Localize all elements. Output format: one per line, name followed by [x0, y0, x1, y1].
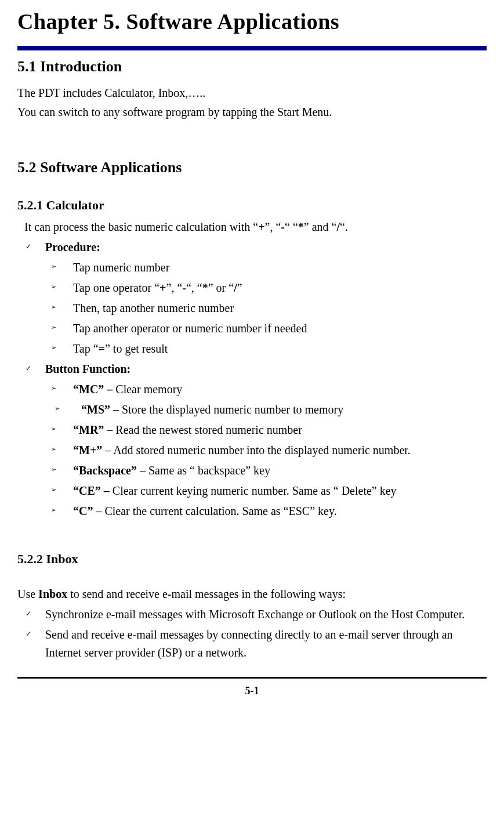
calculator-top-list: Procedure: Tap numeric number Tap one op…	[17, 238, 487, 520]
step2-minus: -	[182, 281, 186, 294]
button-mc-label: “MC” –	[73, 383, 115, 396]
chapter-title: Chapter 5.Software Applications	[17, 5, 487, 39]
procedure-step-4: Tap another operator or numeric number i…	[17, 320, 487, 338]
button-ce-desc: Clear current keying numeric number. Sam…	[113, 484, 397, 497]
step2-star: *	[202, 281, 208, 294]
calc-intro-plus: +	[258, 220, 264, 233]
section-5-2-2-heading: 5.2.2 Inbox	[17, 549, 487, 569]
calc-intro-star: *	[298, 220, 304, 233]
button-mr: “MR” – Read the newest stored numeric nu…	[17, 421, 487, 439]
button-ms: “MS” – Store the displayed numeric numbe…	[17, 401, 487, 419]
procedure-step-5: Tap “=” to get result	[17, 340, 487, 358]
calculator-intro: It can process the basic numeric calcula…	[24, 218, 487, 236]
button-mr-desc: – Read the newest stored numeric number	[104, 423, 302, 436]
button-ce: “CE” – Clear current keying numeric numb…	[17, 482, 487, 500]
procedure-label: Procedure:	[45, 241, 100, 253]
procedure-heading: Procedure: Tap numeric number Tap one op…	[17, 238, 487, 358]
section-5-2-heading: 5.2 Software Applications	[17, 156, 487, 179]
button-mc: “MC” – Clear memory	[17, 380, 487, 398]
section-5-1-heading: 5.1 Introduction	[17, 55, 487, 78]
button-mplus-label: “M+”	[73, 444, 102, 456]
page-number: 5-1	[17, 683, 487, 699]
section-5-2-1-heading: 5.2.1 Calculator	[17, 195, 487, 215]
inbox-intro-b: to send and receive e-mail messages in t…	[67, 588, 346, 600]
procedure-steps: Tap numeric number Tap one operator “+”,…	[17, 259, 487, 358]
procedure-step-2: Tap one operator “+”, “-“, “*” or “/”	[17, 279, 487, 297]
button-backspace-label: “Backspace”	[73, 464, 137, 477]
step2-plus: +	[159, 281, 166, 294]
inbox-intro-a: Use	[17, 588, 38, 600]
button-mplus: “M+” – Add stored numeric number into th…	[17, 441, 487, 459]
step5-eq: =	[99, 342, 105, 355]
inbox-intro: Use Inbox to send and receive e-mail mes…	[17, 585, 487, 603]
calc-intro-text-b: ”, “	[265, 220, 281, 233]
calc-intro-text-e: “.	[340, 220, 348, 233]
title-rule	[17, 46, 487, 50]
step5-text-a: Tap “	[73, 342, 99, 355]
step2-text-b: ”, “	[166, 281, 183, 294]
button-ms-label: “MS”	[73, 403, 110, 416]
inbox-item-sync: Synchronize e-mail messages with Microso…	[17, 605, 487, 623]
calc-intro-text-c: “ “	[285, 220, 298, 233]
footer-rule	[17, 677, 487, 679]
step2-text-c: “, “	[186, 281, 202, 294]
intro-paragraph-2: You can switch to any software program b…	[17, 103, 487, 121]
intro-paragraph-1: The PDT includes Calculator, Inbox,…..	[17, 84, 487, 102]
button-function-list: “MC” – Clear memory “MS” – Store the dis…	[17, 380, 487, 520]
step2-text-a: Tap one operator “	[73, 281, 159, 294]
procedure-step-1: Tap numeric number	[17, 259, 487, 277]
step2-text-d: ” or “	[208, 281, 234, 294]
chapter-name: Software Applications	[126, 9, 339, 34]
button-function-label: Button Function:	[45, 362, 130, 375]
button-mr-label: “MR”	[73, 423, 104, 436]
step2-text-e: ”	[237, 281, 242, 294]
button-backspace-desc: – Same as “ backspace” key	[137, 464, 270, 477]
button-ce-label: “CE” –	[73, 484, 113, 497]
button-mc-desc: Clear memory	[115, 383, 182, 396]
procedure-step-3: Then, tap another numeric number	[17, 299, 487, 317]
button-c-desc: – Clear the current calculation. Same as…	[93, 505, 336, 517]
button-mplus-desc: – Add stored numeric number into the dis…	[102, 444, 411, 456]
inbox-item-direct: Send and receive e-mail messages by conn…	[17, 626, 487, 662]
inbox-list: Synchronize e-mail messages with Microso…	[17, 605, 487, 662]
button-function-heading: Button Function: “MC” – Clear memory “MS…	[17, 360, 487, 520]
button-c: “C” – Clear the current calculation. Sam…	[17, 502, 487, 520]
calc-intro-text-d: ” and “	[304, 220, 337, 233]
step5-text-b: ” to get result	[105, 342, 168, 355]
inbox-intro-bold: Inbox	[38, 588, 67, 600]
button-ms-desc: – Store the displayed numeric number to …	[110, 403, 343, 416]
calc-intro-text-a: It can process the basic numeric calcula…	[24, 220, 258, 233]
button-backspace: “Backspace” – Same as “ backspace” key	[17, 462, 487, 480]
chapter-prefix: Chapter 5.	[17, 9, 126, 34]
button-c-label: “C”	[73, 505, 93, 517]
